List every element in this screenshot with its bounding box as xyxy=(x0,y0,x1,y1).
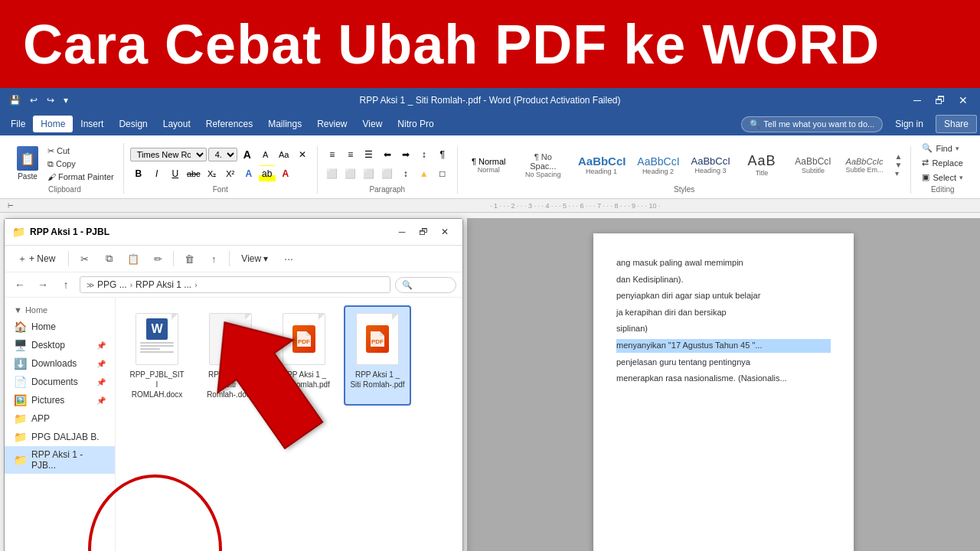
cut-button[interactable]: ✂ Cut xyxy=(44,145,117,157)
copy-toolbar-button[interactable]: ⧉ xyxy=(98,249,119,269)
style-title[interactable]: AaB Title xyxy=(737,151,787,179)
view-button[interactable]: View ▾ xyxy=(234,251,275,266)
list-multilevel-button[interactable]: ☰ xyxy=(361,146,377,163)
subscript-button[interactable]: X₂ xyxy=(204,165,220,182)
font-name-select[interactable]: Times New Ro xyxy=(130,148,207,161)
list-bullet-button[interactable]: ≡ xyxy=(324,146,341,163)
menu-design[interactable]: Design xyxy=(111,116,155,132)
styles-scroll-up[interactable]: ▲ xyxy=(893,152,905,161)
qat-save[interactable]: 💾 xyxy=(6,93,24,107)
sidebar-item-downloads[interactable]: ⬇️ Downloads 📌 xyxy=(5,354,115,373)
menu-references[interactable]: References xyxy=(198,116,260,132)
sidebar-item-pictures[interactable]: 🖼️ Pictures 📌 xyxy=(5,391,115,409)
menu-view[interactable]: View xyxy=(355,116,390,132)
list-number-button[interactable]: ≡ xyxy=(342,146,359,163)
copy-button[interactable]: ⧉ Copy xyxy=(44,158,117,170)
sidebar-item-ppg[interactable]: 📁 PPG DALJAB B. xyxy=(5,428,115,446)
font-size-select[interactable]: 4.5 xyxy=(208,148,237,161)
explorer-minimize-button[interactable]: ─ xyxy=(392,223,412,240)
sidebar-item-app[interactable]: 📁 APP xyxy=(5,409,115,428)
align-center-button[interactable]: ⬜ xyxy=(342,165,359,182)
sidebar-expand[interactable]: ▼ Home xyxy=(5,302,115,318)
shading-button[interactable]: ▲ xyxy=(416,165,433,182)
change-case-button[interactable]: Aa xyxy=(276,146,292,163)
select-button[interactable]: ▣ Select ▾ xyxy=(917,171,968,184)
address-path[interactable]: ≫ PPG ... › RPP Aksi 1 ... › xyxy=(80,276,390,293)
pilcrow-button[interactable]: ¶ xyxy=(434,146,451,163)
up-button[interactable]: ↑ xyxy=(57,276,75,294)
font-grow-button[interactable]: A xyxy=(239,146,256,163)
style-heading3[interactable]: AaBbCcI Heading 3 xyxy=(686,153,736,177)
strikethrough-button[interactable]: abc xyxy=(185,165,202,182)
text-effects-button[interactable]: A xyxy=(240,165,257,182)
align-left-button[interactable]: ⬜ xyxy=(324,165,341,182)
justify-button[interactable]: ⬜ xyxy=(379,165,396,182)
style-normal[interactable]: ¶ Normal Normal xyxy=(464,155,514,176)
document-page[interactable]: ang masuk paling awal memimpin dan Kedis… xyxy=(593,233,854,551)
path-ppg[interactable]: PPG ... xyxy=(97,279,127,290)
file-item-4[interactable]: PDF RPP Aksi 1 _ Siti Romlah-.pdf xyxy=(344,305,411,406)
styles-expand[interactable]: ▾ xyxy=(893,169,905,178)
style-subtitle[interactable]: AaBbCcI Subtitle xyxy=(789,154,838,177)
align-right-button[interactable]: ⬜ xyxy=(361,165,377,182)
menu-mailings[interactable]: Mailings xyxy=(260,116,309,132)
font-shrink-button[interactable]: A xyxy=(257,146,274,163)
borders-button[interactable]: □ xyxy=(434,165,451,182)
rename-toolbar-button[interactable]: ✏ xyxy=(147,249,168,269)
sidebar-item-documents[interactable]: 📄 Documents 📌 xyxy=(5,373,115,391)
menu-file[interactable]: File xyxy=(3,116,33,132)
highlight-button[interactable]: ab xyxy=(259,165,276,182)
style-heading1[interactable]: AaBbCcI Heading 1 xyxy=(573,152,630,178)
style-subtle-em[interactable]: AaBbCcIc Subtle Em... xyxy=(840,155,890,176)
sidebar-item-home[interactable]: 🏠 Home xyxy=(5,318,115,336)
sign-in-button[interactable]: Sign in xyxy=(887,116,931,132)
menu-layout[interactable]: Layout xyxy=(155,116,198,132)
sort-button[interactable]: ↕ xyxy=(416,146,433,163)
paste-toolbar-button[interactable]: 📋 xyxy=(122,249,144,269)
italic-button[interactable]: I xyxy=(149,165,165,182)
move-toolbar-button[interactable]: ↑ xyxy=(203,249,224,269)
menu-home[interactable]: Home xyxy=(33,116,73,132)
underline-button[interactable]: U xyxy=(167,165,184,182)
delete-toolbar-button[interactable]: 🗑 xyxy=(178,249,200,269)
tell-me-box[interactable]: 🔍 Tell me what you want to do... xyxy=(741,116,883,132)
superscript-button[interactable]: X² xyxy=(222,165,239,182)
new-button[interactable]: ＋ + New xyxy=(9,250,64,268)
menu-insert[interactable]: Insert xyxy=(73,116,111,132)
indent-dec-button[interactable]: ⬅ xyxy=(379,146,396,163)
back-button[interactable]: ← xyxy=(11,276,29,294)
more-button[interactable]: ··· xyxy=(278,249,299,269)
format-painter-button[interactable]: 🖌 Format Painter xyxy=(44,171,117,182)
indent-inc-button[interactable]: ➡ xyxy=(397,146,414,163)
replace-button[interactable]: ⇄ Replace xyxy=(917,156,968,169)
minimize-button[interactable]: ─ xyxy=(906,90,928,111)
menu-nitro[interactable]: Nitro Pro xyxy=(390,116,441,132)
path-rpp[interactable]: RPP Aksi 1 ... xyxy=(136,279,191,290)
sidebar-item-rpp[interactable]: 📁 RPP Aksi 1 - PJB... xyxy=(5,446,115,474)
font-color-button[interactable]: A xyxy=(277,165,294,182)
sidebar-item-desktop[interactable]: 🖥️ Desktop 📌 xyxy=(5,336,115,354)
styles-scroll-down[interactable]: ▼ xyxy=(893,161,905,169)
cut-toolbar-button[interactable]: ✂ xyxy=(74,249,95,269)
restore-button[interactable]: 🗗 xyxy=(929,90,951,111)
qat-redo[interactable]: ↪ xyxy=(44,93,57,107)
close-button[interactable]: ✕ xyxy=(952,90,974,111)
file-item-1[interactable]: W RPP_PJBL_SITI ROMLAH.docx xyxy=(123,305,191,406)
line-spacing-button[interactable]: ↕ xyxy=(397,165,414,182)
share-button[interactable]: Share xyxy=(936,115,977,133)
menu-review[interactable]: Review xyxy=(309,116,354,132)
search-box[interactable]: 🔍 xyxy=(395,277,456,293)
bold-button[interactable]: B xyxy=(130,165,147,182)
file-item-3[interactable]: PDF RPP Aksi 1 _ Siti Romlah.pdf xyxy=(270,305,338,406)
style-heading2[interactable]: AaBbCcI Heading 2 xyxy=(632,153,684,178)
file-item-2[interactable]: RPP Aksi 1 _ Siti Romlah-.docx xyxy=(197,305,264,406)
paste-button[interactable]: 📋 Paste xyxy=(12,143,43,184)
qat-undo[interactable]: ↩ xyxy=(27,93,41,107)
qat-more[interactable]: ▾ xyxy=(60,93,71,107)
find-button[interactable]: 🔍 Find ▾ xyxy=(917,142,968,155)
clear-format-button[interactable]: ✕ xyxy=(294,146,311,163)
explorer-restore-button[interactable]: 🗗 xyxy=(413,223,433,240)
forward-button[interactable]: → xyxy=(34,276,52,294)
explorer-close-button[interactable]: ✕ xyxy=(435,223,455,240)
style-no-space[interactable]: ¶ No Spac... No Spacing xyxy=(515,150,571,181)
